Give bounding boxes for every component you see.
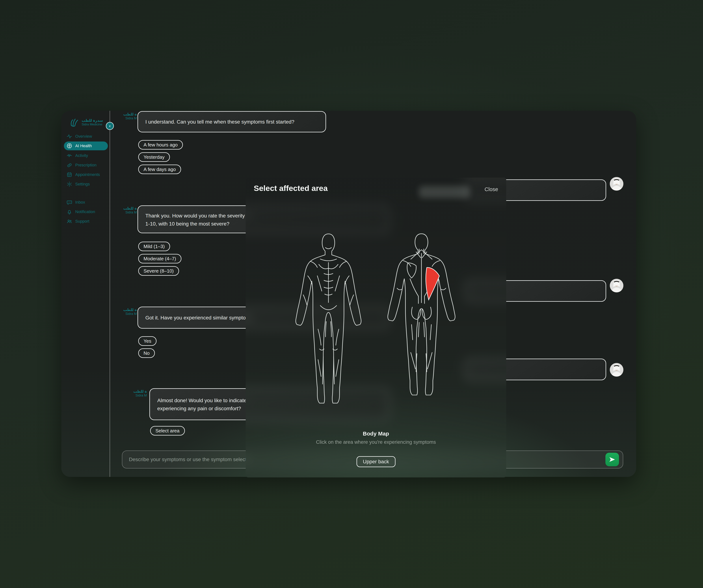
body-figure-back[interactable]	[383, 231, 460, 412]
ai-sender-label: ة للطب Sidra M	[126, 389, 147, 398]
sidra-logo-icon	[69, 117, 80, 128]
quick-reply-chip[interactable]: A few hours ago	[138, 140, 183, 150]
sidebar-item-support[interactable]: Support	[64, 217, 108, 226]
ai-message-text: I understand. Can you tell me when these…	[138, 112, 325, 132]
sidebar-item-label: AI Health	[75, 144, 92, 148]
quick-reply-chip[interactable]: Yesterday	[138, 152, 170, 162]
quick-reply-chip[interactable]: Yes	[138, 336, 157, 346]
sidebar-item-label: Appointments	[75, 172, 100, 177]
select-affected-area-modal: Select affected area Close Body Map Clic…	[246, 178, 506, 478]
ai-message-bubble: I understand. Can you tell me when these…	[138, 111, 326, 132]
body-figure-front[interactable]	[292, 231, 366, 421]
sidebar-collapse-button[interactable]: ‹	[106, 122, 114, 130]
sidebar-item-inbox[interactable]: Inbox	[64, 198, 108, 207]
brain-icon	[67, 143, 72, 149]
sidebar-item-activity[interactable]: Activity	[64, 151, 108, 160]
sidebar-item-label: Inbox	[75, 200, 85, 205]
sidebar-item-settings[interactable]: Settings	[64, 180, 108, 188]
sidebar-item-appointments[interactable]: Appointments	[64, 170, 108, 179]
sidebar-item-overview[interactable]: Overview	[64, 132, 108, 141]
sidra-medicine-logo: سدرة للطب Sidra Medicine	[69, 117, 103, 128]
send-icon	[609, 456, 616, 463]
modal-title: Select affected area	[254, 184, 328, 193]
calendar-icon	[67, 172, 72, 178]
quick-reply-chip[interactable]: Mild (1–3)	[138, 242, 170, 251]
quick-reply-chip[interactable]: Moderate (4–7)	[138, 254, 181, 263]
sidebar-divider	[110, 111, 110, 477]
blurred-content	[419, 186, 470, 198]
send-button[interactable]	[606, 453, 619, 466]
sidebar-item-notification[interactable]: Notification	[64, 207, 108, 216]
chevron-left-icon: ‹	[109, 124, 110, 128]
gear-icon	[67, 181, 72, 187]
select-area-chip[interactable]: Select area	[150, 426, 185, 435]
page-background: سدرة للطب Sidra Medicine ‹ Overview AI H…	[0, 0, 703, 588]
user-avatar	[610, 177, 623, 190]
pill-icon	[67, 162, 72, 168]
quick-reply-chip[interactable]: A few days ago	[138, 165, 181, 174]
pulse-icon	[67, 134, 72, 139]
user-avatar	[610, 279, 623, 292]
sidebar-item-label: Notification	[75, 209, 95, 214]
body-map-title: Body Map	[246, 431, 506, 437]
ai-sender-label: ة للطب Sidra M	[116, 112, 137, 120]
sidebar-item-prescription[interactable]: Prescription	[64, 161, 108, 170]
sidebar-item-label: Overview	[75, 134, 92, 139]
activity-icon	[67, 153, 72, 159]
quick-reply-chip[interactable]: Severe (8–10)	[138, 266, 179, 276]
sidebar-item-label: Prescription	[75, 163, 96, 168]
selected-area-button[interactable]: Upper back	[357, 456, 395, 467]
body-map-subtitle: Click on the area where you're experienc…	[246, 439, 506, 445]
sidebar-item-label: Settings	[75, 182, 90, 186]
modal-close-button[interactable]: Close	[485, 186, 498, 192]
user-avatar	[610, 363, 623, 376]
logo-english-text: Sidra Medicine	[82, 122, 103, 126]
ai-sender-label: ة للطب Sidra M	[116, 206, 137, 215]
sidebar-item-ai-health[interactable]: AI Health	[64, 142, 108, 150]
sidebar-item-label: Activity	[75, 153, 88, 158]
people-icon	[67, 219, 72, 224]
chat-bubble-icon	[67, 199, 72, 205]
ai-sender-label: ة للطب Sidra M	[116, 308, 137, 316]
logo-arabic-text: سدرة للطب	[82, 118, 103, 122]
bell-icon	[67, 209, 72, 215]
quick-reply-chip[interactable]: No	[138, 348, 155, 358]
sidebar-item-label: Support	[75, 219, 89, 224]
